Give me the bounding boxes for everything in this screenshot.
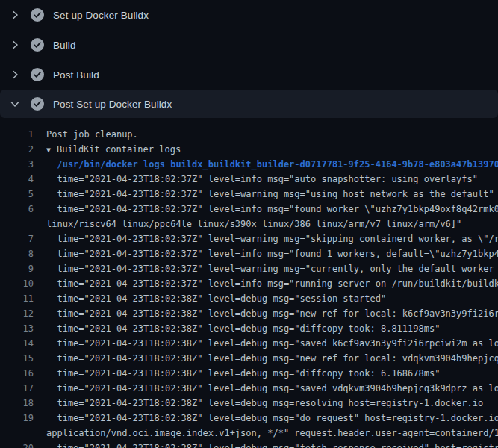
log-line-number[interactable]: 5: [0, 187, 34, 202]
log-line: 9 time="2021-04-23T18:02:37Z" level=warn…: [0, 261, 498, 276]
actions-log-viewer: Set up Docker Buildx Build P: [0, 0, 498, 448]
check-circle-icon: [31, 68, 44, 81]
step-row-set-up-docker-buildx[interactable]: Set up Docker Buildx: [0, 0, 498, 30]
log-line-text: time="2021-04-23T18:02:37Z" level=warnin…: [46, 187, 498, 202]
log-group-label: BuildKit container logs: [57, 144, 181, 155]
log-line-number[interactable]: 19: [0, 411, 34, 426]
log-line-text: time="2021-04-23T18:02:38Z" level=debug …: [46, 411, 498, 426]
log-line-text: time="2021-04-23T18:02:38Z" level=debug …: [46, 336, 498, 351]
log-line-text: time="2021-04-23T18:02:38Z" level=debug …: [46, 381, 498, 396]
log-line: 8 time="2021-04-23T18:02:37Z" level=info…: [0, 246, 498, 261]
log-line-text: linux/riscv64 linux/ppc64le linux/s390x …: [46, 217, 498, 231]
chevron-right-icon: [9, 9, 21, 21]
log-line-text: ▼BuildKit container logs: [46, 142, 498, 157]
log-line: 18 time="2021-04-23T18:02:38Z" level=deb…: [0, 396, 498, 411]
log-line: 3 /usr/bin/docker logs buildx_buildkit_b…: [0, 157, 498, 172]
check-circle-icon: [31, 8, 44, 22]
check-circle-icon: [31, 97, 44, 111]
step-label: Post Build: [53, 69, 99, 81]
log-line-text: /usr/bin/docker logs buildx_buildkit_bui…: [46, 157, 498, 172]
step-label: Set up Docker Buildx: [53, 10, 149, 21]
log-line-text: time="2021-04-23T18:02:38Z" level=debug …: [46, 351, 498, 366]
log-line: 7 time="2021-04-23T18:02:37Z" level=warn…: [0, 231, 498, 246]
log-line-text: time="2021-04-23T18:02:37Z" level=warnin…: [46, 261, 498, 276]
log-line: 4 time="2021-04-23T18:02:37Z" level=info…: [0, 172, 498, 187]
log-line-number[interactable]: 10: [0, 276, 34, 291]
log-line-text: Post job cleanup.: [46, 127, 498, 142]
log-line-text: time="2021-04-23T18:02:38Z" level=debug …: [46, 396, 498, 411]
log-line: 1 Post job cleanup.: [0, 127, 498, 142]
chevron-down-icon: [9, 98, 21, 110]
log-line-text: time="2021-04-23T18:02:38Z" level=debug …: [46, 291, 498, 306]
step-row-post-set-up-docker-buildx[interactable]: Post Set up Docker Buildx: [0, 90, 498, 118]
chevron-right-icon: [9, 39, 21, 51]
log-line-number[interactable]: 12: [0, 306, 34, 321]
log-line: 2 ▼BuildKit container logs: [0, 142, 498, 157]
log-line-text: time="2021-04-23T18:02:38Z" level=debug …: [46, 441, 498, 448]
log-line: application/vnd.oci.image.index.v1+json,…: [0, 426, 498, 441]
steps-list: Set up Docker Buildx Build P: [0, 0, 498, 118]
log-line-number[interactable]: 17: [0, 381, 34, 396]
log-line: 16 time="2021-04-23T18:02:38Z" level=deb…: [0, 366, 498, 381]
step-row-post-build[interactable]: Post Build: [0, 60, 498, 90]
log-line-number[interactable]: 3: [0, 157, 34, 172]
log-line: 19 time="2021-04-23T18:02:38Z" level=deb…: [0, 411, 498, 426]
log-content: 1 Post job cleanup. 2 ▼BuildKit containe…: [0, 118, 498, 448]
log-line: linux/riscv64 linux/ppc64le linux/s390x …: [0, 217, 498, 231]
log-line: 14 time="2021-04-23T18:02:38Z" level=deb…: [0, 336, 498, 351]
step-label: Build: [53, 40, 76, 51]
log-line-number[interactable]: 15: [0, 351, 34, 366]
log-line-number[interactable]: 8: [0, 246, 34, 261]
step-label: Post Set up Docker Buildx: [53, 99, 172, 110]
log-line: 12 time="2021-04-23T18:02:38Z" level=deb…: [0, 306, 498, 321]
log-line: 15 time="2021-04-23T18:02:38Z" level=deb…: [0, 351, 498, 366]
log-line-text: time="2021-04-23T18:02:37Z" level=info m…: [46, 276, 498, 291]
log-line: 13 time="2021-04-23T18:02:38Z" level=deb…: [0, 321, 498, 336]
log-line: 6 time="2021-04-23T18:02:37Z" level=info…: [0, 202, 498, 217]
log-line-text: time="2021-04-23T18:02:37Z" level=info m…: [46, 172, 498, 187]
log-line-number: [0, 217, 34, 231]
log-line-text: time="2021-04-23T18:02:37Z" level=info m…: [46, 202, 498, 217]
log-line-number[interactable]: 4: [0, 172, 34, 187]
log-line-number[interactable]: 2: [0, 142, 34, 157]
log-line: 20 time="2021-04-23T18:02:38Z" level=deb…: [0, 441, 498, 448]
chevron-right-icon: [9, 69, 21, 81]
log-line-text: time="2021-04-23T18:02:37Z" level=warnin…: [46, 231, 498, 246]
log-line-number[interactable]: 20: [0, 441, 34, 448]
log-line: 17 time="2021-04-23T18:02:38Z" level=deb…: [0, 381, 498, 396]
check-circle-icon: [31, 38, 44, 52]
log-line-number[interactable]: 9: [0, 261, 34, 276]
log-line-text: time="2021-04-23T18:02:38Z" level=debug …: [46, 366, 498, 381]
log-group-toggle-icon[interactable]: ▼: [46, 143, 57, 157]
log-line-number[interactable]: 11: [0, 291, 34, 306]
log-line-number[interactable]: 16: [0, 366, 34, 381]
log-line-number[interactable]: 7: [0, 231, 34, 246]
log-line-number[interactable]: 13: [0, 321, 34, 336]
log-line: 10 time="2021-04-23T18:02:37Z" level=inf…: [0, 276, 498, 291]
log-line-text: time="2021-04-23T18:02:37Z" level=info m…: [46, 246, 498, 261]
log-line: 5 time="2021-04-23T18:02:37Z" level=warn…: [0, 187, 498, 202]
log-line-number[interactable]: 14: [0, 336, 34, 351]
log-line-number: [0, 426, 34, 441]
log-line-text: time="2021-04-23T18:02:38Z" level=debug …: [46, 321, 498, 336]
log-line-text: time="2021-04-23T18:02:38Z" level=debug …: [46, 306, 498, 321]
log-line-number[interactable]: 18: [0, 396, 34, 411]
log-line-number[interactable]: 1: [0, 127, 34, 142]
log-line: 11 time="2021-04-23T18:02:38Z" level=deb…: [0, 291, 498, 306]
log-line-text: application/vnd.oci.image.index.v1+json,…: [46, 426, 498, 441]
log-line-number[interactable]: 6: [0, 202, 34, 217]
step-row-build[interactable]: Build: [0, 30, 498, 60]
